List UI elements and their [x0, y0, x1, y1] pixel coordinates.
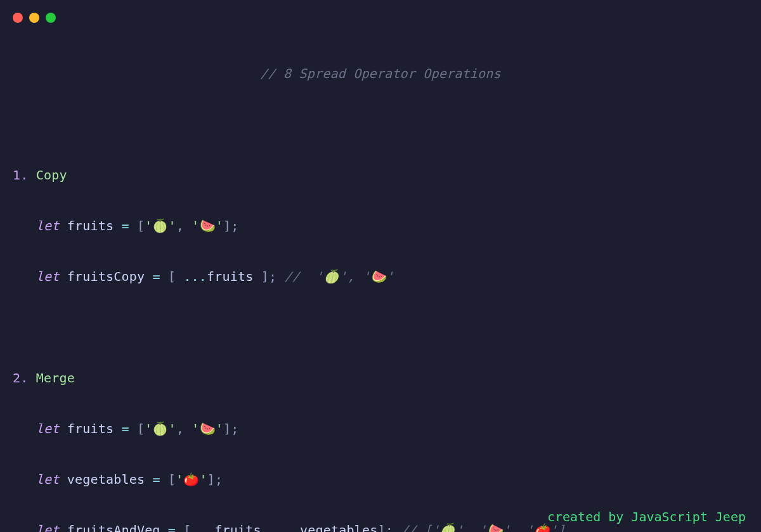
minimize-icon[interactable] [29, 13, 39, 23]
window-titlebar [0, 0, 761, 23]
blank-line [13, 112, 748, 137]
credit-text: created by JavaScript Jeep [547, 509, 746, 524]
code-window: // 8 Spread Operator Operations 1. Copy … [0, 0, 761, 532]
code-line: let fruitsCopy = [ ...fruits ]; // '🍈', … [13, 264, 748, 289]
close-icon[interactable] [13, 13, 23, 23]
title-comment: // 8 Spread Operator Operations [260, 66, 500, 81]
blank-line [13, 315, 748, 340]
section-1-heading: 1. Copy [13, 162, 748, 188]
maximize-icon[interactable] [46, 13, 56, 23]
code-line: let fruits = ['🍈', '🍉']; [13, 213, 748, 238]
section-2-heading: 2. Merge [13, 365, 748, 391]
code-line: let vegetables = ['🍅']; [13, 467, 748, 492]
code-line: let fruits = ['🍈', '🍉']; [13, 416, 748, 441]
code-body: // 8 Spread Operator Operations 1. Copy … [0, 23, 761, 532]
